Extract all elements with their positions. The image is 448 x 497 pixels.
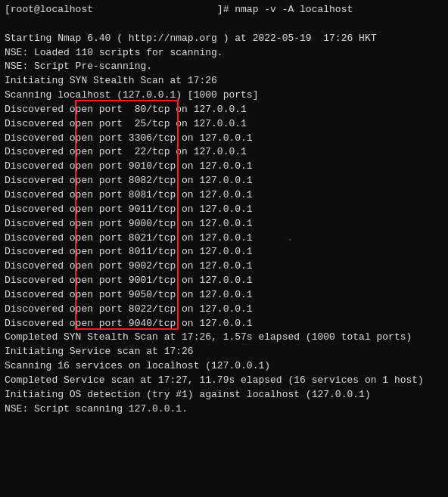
completed-syn-line: Completed SYN Stealth Scan at 17:26, 1.5… xyxy=(5,331,443,345)
port-value-16: 9040/tcp on xyxy=(129,318,200,329)
watermark: . xyxy=(253,234,293,243)
port-value-10: 8021/tcp on xyxy=(129,232,200,244)
discovered-line-8: Discovered open port 9011/tcp on 127.0.0… xyxy=(5,203,443,217)
ip-value-13: 127.0.0.1 xyxy=(199,275,252,286)
discovered-label-10: Discovered open port xyxy=(5,232,129,244)
port-value-5: 9010/tcp on xyxy=(129,160,200,172)
discovered-line-1: Discovered open port 80/tcp on 127.0.0.1 xyxy=(5,103,443,117)
ip-value-15: 127.0.0.1 xyxy=(199,303,252,315)
ip-value-14: 127.0.0.1 xyxy=(199,289,252,300)
nse-script-pre-line: NSE: Script Pre-scanning. xyxy=(5,60,443,74)
discovered-line-9: Discovered open port 9000/tcp on 127.0.0… xyxy=(5,217,443,231)
ip-value-10: 127.0.0.1 xyxy=(199,232,252,244)
initiating-service-line: Initiating Service scan at 17:26 xyxy=(5,345,443,359)
discovered-label-3: Discovered open port xyxy=(5,132,129,144)
ip-value-9: 127.0.0.1 xyxy=(199,218,252,229)
discovered-line-6: Discovered open port 8082/tcp on 127.0.0… xyxy=(5,174,443,188)
ip-value-2: 127.0.0.1 xyxy=(194,118,247,129)
ip-value-16: 127.0.0.1 xyxy=(199,318,252,329)
discovered-line-10: Discovered open port 8021/tcp on 127.0.0… xyxy=(5,231,443,246)
ip-value-6: 127.0.0.1 xyxy=(199,175,252,186)
discovered-line-11: Discovered open port 8011/tcp on 127.0.0… xyxy=(5,245,443,259)
discovered-label-16: Discovered open port xyxy=(5,318,129,329)
ip-value-5: 127.0.0.1 xyxy=(199,160,252,172)
port-value-13: 9001/tcp on xyxy=(129,275,200,286)
discovered-line-12: Discovered open port 9002/tcp on 127.0.0… xyxy=(5,259,443,274)
ip-value-4: 127.0.0.1 xyxy=(194,146,247,157)
discovered-label-5: Discovered open port xyxy=(5,160,129,172)
discovered-label-12: Discovered open port xyxy=(5,260,129,272)
discovered-label: Discovered open port xyxy=(5,104,129,115)
prompt-line: [root@localhost ]# nmap -v -A localhost xyxy=(5,3,443,17)
scanning-line: Scanning localhost (127.0.0.1) [1000 por… xyxy=(5,89,443,103)
nse-script-scanning-line: NSE: Script scanning 127.0.0.1. xyxy=(5,402,443,417)
scanning-services-line: Scanning 16 services on localhost (127.0… xyxy=(5,359,443,374)
blank-line xyxy=(5,17,443,32)
port-value-4: 22/tcp on xyxy=(129,146,194,157)
discovered-line-14: Discovered open port 9050/tcp on 127.0.0… xyxy=(5,288,443,303)
completed-service-line: Completed Service scan at 17:27, 11.79s … xyxy=(5,374,443,388)
initiating-syn-line: Initiating SYN Stealth Scan at 17:26 xyxy=(5,74,443,89)
discovered-line-3: Discovered open port 3306/tcp on 127.0.0… xyxy=(5,132,443,146)
port-value-15: 8022/tcp on xyxy=(129,303,200,315)
port-value-1: 80/tcp on xyxy=(129,104,194,115)
discovered-line-4: Discovered open port 22/tcp on 127.0.0.1 xyxy=(5,145,443,160)
discovered-label-11: Discovered open port xyxy=(5,246,129,257)
ip-value-11: 127.0.0.1 xyxy=(199,246,252,257)
nse-loaded-line: NSE: Loaded 110 scripts for scanning. xyxy=(5,46,443,61)
discovered-line-16: Discovered open port 9040/tcp on 127.0.0… xyxy=(5,317,443,331)
port-value-8: 9011/tcp on xyxy=(129,203,200,215)
terminal-window: [root@localhost ]# nmap -v -A localhost … xyxy=(0,0,448,497)
port-value-6: 8082/tcp on xyxy=(129,175,200,186)
port-value-12: 9002/tcp on xyxy=(129,260,200,272)
port-value-14: 9050/tcp on xyxy=(129,289,200,300)
discovered-line-5: Discovered open port 9010/tcp on 127.0.0… xyxy=(5,160,443,174)
discovered-label-2: Discovered open port xyxy=(5,118,129,129)
discovered-line-13: Discovered open port 9001/tcp on 127.0.0… xyxy=(5,274,443,288)
port-value-3: 3306/tcp on xyxy=(129,132,200,144)
discovered-label-13: Discovered open port xyxy=(5,275,129,286)
discovered-line-15: Discovered open port 8022/tcp on 127.0.0… xyxy=(5,303,443,317)
initiating-os-line: Initiating OS detection (try #1) against… xyxy=(5,388,443,402)
discovered-label-8: Discovered open port xyxy=(5,203,129,215)
discovered-label-7: Discovered open port xyxy=(5,189,129,200)
ip-value-7: 127.0.0.1 xyxy=(199,189,252,200)
discovered-label-6: Discovered open port xyxy=(5,175,129,186)
ip-value-12: 127.0.0.1 xyxy=(199,260,252,272)
terminal-content: [root@localhost ]# nmap -v -A localhost … xyxy=(5,3,443,416)
discovered-label-9: Discovered open port xyxy=(5,218,129,229)
discovered-line-7: Discovered open port 8081/tcp on 127.0.0… xyxy=(5,188,443,203)
port-value-7: 8081/tcp on xyxy=(129,189,200,200)
ip-value-8: 127.0.0.1 xyxy=(199,203,252,215)
discovered-label-4: Discovered open port xyxy=(5,146,129,157)
ip-value-3: 127.0.0.1 xyxy=(199,132,252,144)
starting-line: Starting Nmap 6.40 ( http://nmap.org ) a… xyxy=(5,32,443,46)
ip-value-1: 127.0.0.1 xyxy=(194,104,247,115)
port-value-9: 9000/tcp on xyxy=(129,218,200,229)
port-value-11: 8011/tcp on xyxy=(129,246,200,257)
discovered-line-2: Discovered open port 25/tcp on 127.0.0.1 xyxy=(5,117,443,132)
discovered-label-15: Discovered open port xyxy=(5,303,129,315)
port-value-2: 25/tcp on xyxy=(129,118,194,129)
discovered-label-14: Discovered open port xyxy=(5,289,129,300)
